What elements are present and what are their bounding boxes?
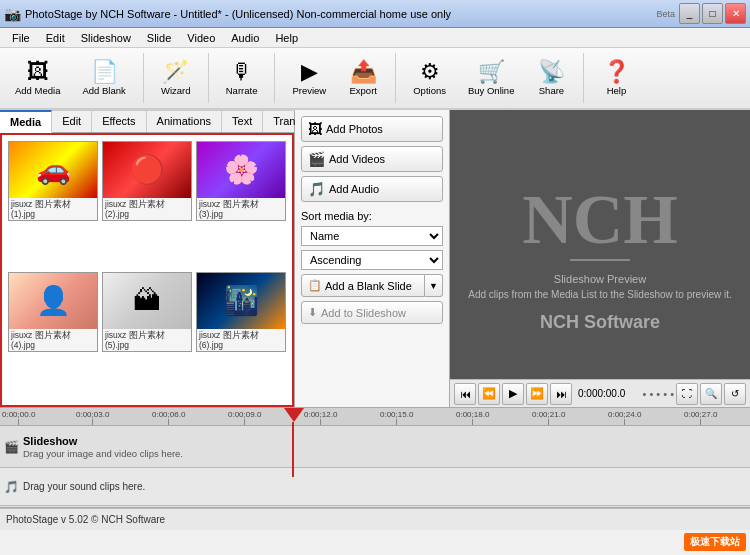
add-videos-button[interactable]: 🎬 Add Videos xyxy=(301,146,443,172)
zoom-in-button[interactable]: 🔍 xyxy=(700,383,722,405)
menu-slideshow[interactable]: Slideshow xyxy=(73,30,139,46)
add-blank-dropdown[interactable]: ▼ xyxy=(425,274,443,297)
ruler-mark: 0:00;09.0 xyxy=(228,410,261,425)
menu-edit[interactable]: Edit xyxy=(38,30,73,46)
playback-skip-end-button[interactable]: ⏭ xyxy=(550,383,572,405)
add-blank-slide-row: 📋 Add a Blank Slide ▼ xyxy=(301,274,443,297)
help-button[interactable]: ❓ Help xyxy=(592,51,640,105)
export-button[interactable]: 📤 Export xyxy=(339,51,387,105)
toolbar: 🖼 Add Media 📄 Add Blank 🪄 Wizard 🎙 Narra… xyxy=(0,48,750,110)
buy-online-icon: 🛒 xyxy=(478,61,505,83)
preview-sub: Add clips from the Media List to the Sli… xyxy=(468,289,731,300)
menu-help[interactable]: Help xyxy=(267,30,306,46)
narrate-icon: 🎙 xyxy=(231,61,253,83)
buy-online-button[interactable]: 🛒 Buy Online xyxy=(459,51,523,105)
list-item[interactable]: 👤 jisuxz 图片素材(4).jpg xyxy=(8,272,98,352)
toolbar-sep-4 xyxy=(395,53,396,103)
thumb-image: 🔴 xyxy=(103,142,191,198)
ruler-line xyxy=(472,419,473,425)
preview-title: Slideshow Preview xyxy=(468,273,731,285)
list-item[interactable]: 🌃 jisuxz 图片素材(6).jpg xyxy=(196,272,286,352)
wizard-icon: 🪄 xyxy=(162,61,189,83)
add-photos-label: Add Photos xyxy=(326,123,383,135)
playback-forward-button[interactable]: ⏩ xyxy=(526,383,548,405)
ruler-mark: 0:00;15.0 xyxy=(380,410,413,425)
thumb-image: 🏔 xyxy=(103,273,191,329)
preview-info: Slideshow Preview Add clips from the Med… xyxy=(460,265,739,312)
watermark: 极速下载站 xyxy=(684,533,746,551)
ruler-label: 0:00;21.0 xyxy=(532,410,565,419)
main-content: Media Edit Effects Animations Text Trans… xyxy=(0,110,750,408)
share-button[interactable]: 📡 Share xyxy=(527,51,575,105)
status-bar: PhotoStage v 5.02 © NCH Software 极速下载站 xyxy=(0,508,750,530)
add-audio-button[interactable]: 🎵 Add Audio xyxy=(301,176,443,202)
menu-slide[interactable]: Slide xyxy=(139,30,179,46)
status-text: PhotoStage v 5.02 © NCH Software xyxy=(6,514,165,525)
minimize-button[interactable]: _ xyxy=(679,3,700,24)
add-media-icon: 🖼 xyxy=(27,61,49,83)
export-icon: 📤 xyxy=(350,61,377,83)
ruler-label: 0:00;00.0 xyxy=(2,410,35,419)
menu-video[interactable]: Video xyxy=(179,30,223,46)
wizard-button[interactable]: 🪄 Wizard xyxy=(152,51,200,105)
sort-order-select[interactable]: Ascending Descending xyxy=(301,250,443,270)
toolbar-sep-1 xyxy=(143,53,144,103)
sort-by-select[interactable]: Name Date Size xyxy=(301,226,443,246)
list-item[interactable]: 🔴 jisuxz 图片素材(2).jpg xyxy=(102,141,192,221)
add-photos-button[interactable]: 🖼 Add Photos xyxy=(301,116,443,142)
narrate-button[interactable]: 🎙 Narrate xyxy=(217,51,267,105)
ruler-line xyxy=(168,419,169,425)
playback-play-button[interactable]: ▶ xyxy=(502,383,524,405)
playback-back-button[interactable]: ⏪ xyxy=(478,383,500,405)
toolbar-sep-2 xyxy=(208,53,209,103)
add-audio-icon: 🎵 xyxy=(308,181,325,197)
nch-logo: NCH xyxy=(522,185,678,255)
list-item[interactable]: 🏔 jisuxz 图片素材(5).jpg xyxy=(102,272,192,352)
list-item[interactable]: 🌸 jisuxz 图片素材(3).jpg xyxy=(196,141,286,221)
options-button[interactable]: ⚙ Options xyxy=(404,51,455,105)
share-icon: 📡 xyxy=(538,61,565,83)
audio-track-label: Drag your sound clips here. xyxy=(23,481,145,492)
ruler-label: 0:00;09.0 xyxy=(228,410,261,419)
ruler-line xyxy=(396,419,397,425)
title-bar-buttons: _ □ ✕ xyxy=(679,3,746,24)
narrate-label: Narrate xyxy=(226,85,258,96)
tab-effects[interactable]: Effects xyxy=(92,110,146,132)
mid-panel: 🖼 Add Photos 🎬 Add Videos 🎵 Add Audio So… xyxy=(295,110,450,407)
fullscreen-button[interactable]: ⛶ xyxy=(676,383,698,405)
ruler-line xyxy=(244,419,245,425)
timeline-tracks: 🎬 Slideshow Drag your image and video cl… xyxy=(0,426,750,508)
ruler-line xyxy=(320,419,321,425)
maximize-button[interactable]: □ xyxy=(702,3,723,24)
menu-audio[interactable]: Audio xyxy=(223,30,267,46)
tab-edit[interactable]: Edit xyxy=(52,110,92,132)
app-icon: 📷 xyxy=(4,6,21,22)
media-grid: 🚗 jisuxz 图片素材(1).jpg 🔴 jisuxz 图片素材(2).jp… xyxy=(0,133,294,407)
left-panel: Media Edit Effects Animations Text Trans… xyxy=(0,110,295,407)
add-blank-slide-button[interactable]: 📋 Add a Blank Slide xyxy=(301,274,425,297)
thumb-label: jisuxz 图片素材(3).jpg xyxy=(197,198,285,220)
ruler-mark: 0:00;06.0 xyxy=(152,410,185,425)
list-item[interactable]: 🚗 jisuxz 图片素材(1).jpg xyxy=(8,141,98,221)
preview-button[interactable]: ▶ Preview xyxy=(283,51,335,105)
thumb-label: jisuxz 图片素材(1).jpg xyxy=(9,198,97,220)
add-to-slideshow-button[interactable]: ⬇ Add to Slideshow xyxy=(301,301,443,324)
video-track-sublabel: Drag your image and video clips here. xyxy=(23,448,183,459)
close-button[interactable]: ✕ xyxy=(725,3,746,24)
playback-skip-start-button[interactable]: ⏮ xyxy=(454,383,476,405)
menu-file[interactable]: File xyxy=(4,30,38,46)
add-media-label: Add Media xyxy=(15,85,60,96)
loop-button[interactable]: ↺ xyxy=(724,383,746,405)
tab-media[interactable]: Media xyxy=(0,110,52,133)
add-blank-button[interactable]: 📄 Add Blank xyxy=(73,51,134,105)
ruler-mark: 0:00;18.0 xyxy=(456,410,489,425)
audio-track: 🎵 Drag your sound clips here. xyxy=(0,468,750,506)
add-blank-label: Add a Blank Slide xyxy=(325,280,412,292)
toolbar-sep-5 xyxy=(583,53,584,103)
tab-text[interactable]: Text xyxy=(222,110,263,132)
add-media-button[interactable]: 🖼 Add Media xyxy=(6,51,69,105)
thumb-image: 👤 xyxy=(9,273,97,329)
add-to-slideshow-icon: ⬇ xyxy=(308,306,317,319)
tab-animations[interactable]: Animations xyxy=(147,110,222,132)
timeline-ruler: 0:00;00.0 0:00;03.0 0:00;06.0 0:00;09.0 … xyxy=(0,408,750,426)
